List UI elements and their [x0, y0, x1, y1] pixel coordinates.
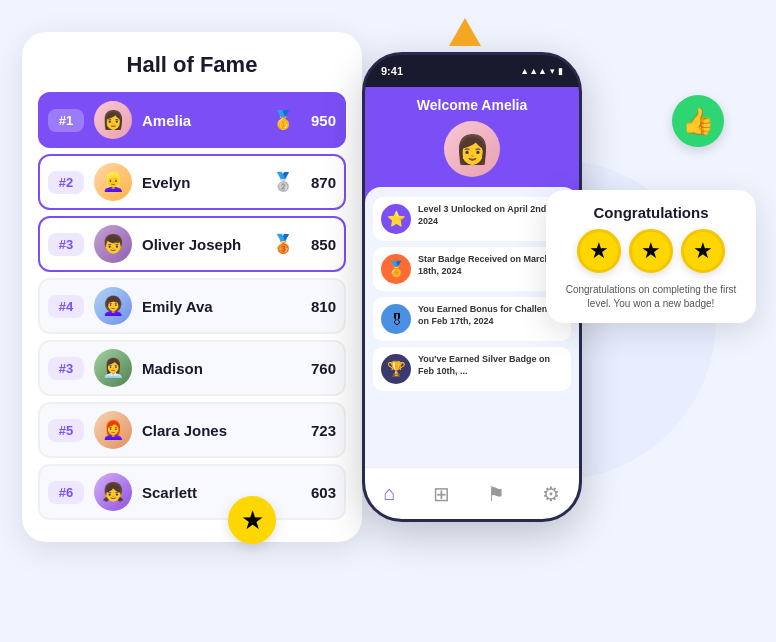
rank-badge: #6: [48, 481, 84, 504]
hall-of-fame-title: Hall of Fame: [38, 52, 346, 78]
activity-icon-badge: 🏅: [381, 254, 411, 284]
player-name: Amelia: [142, 112, 272, 129]
star-icon-2: ★: [641, 238, 661, 264]
star-coin-3: ★: [681, 229, 725, 273]
star-coin-2: ★: [629, 229, 673, 273]
player-score: 950: [300, 112, 336, 129]
list-item[interactable]: 🏅 Star Badge Received on March 18th, 202…: [373, 247, 571, 291]
rank-badge: #3: [48, 357, 84, 380]
player-name: Evelyn: [142, 174, 272, 191]
phone-welcome-text: Welcome Amelia: [365, 87, 579, 113]
nav-settings-icon[interactable]: ⚙: [542, 482, 560, 506]
activity-icon-silver: 🏆: [381, 354, 411, 384]
triangle-decoration: [449, 18, 481, 46]
activity-text: Star Badge Received on March 18th, 2024: [418, 254, 563, 277]
phone-notch: [437, 55, 507, 73]
nav-leaderboard-icon[interactable]: ⚑: [487, 482, 505, 506]
table-row[interactable]: #2 👱‍♀️ Evelyn 🥈 870: [38, 154, 346, 210]
player-name: Clara Jones: [142, 422, 300, 439]
player-score: 723: [300, 422, 336, 439]
star-bottom-decoration: ★: [228, 496, 276, 544]
avatar-face-icon: 👩: [455, 133, 490, 166]
avatar: 👩: [94, 101, 132, 139]
avatar: 👦: [94, 225, 132, 263]
player-name: Madison: [142, 360, 300, 377]
phone-status-icons: ▲▲▲ ▾ ▮: [520, 66, 563, 76]
player-name: Emily Ava: [142, 298, 300, 315]
table-row[interactable]: #3 👦 Oliver Joseph 🥉 850: [38, 216, 346, 272]
table-row[interactable]: #1 👩 Amelia 🥇 950: [38, 92, 346, 148]
thumbs-up-icon: 👍: [682, 106, 714, 137]
nav-grid-icon[interactable]: ⊞: [433, 482, 450, 506]
rank-badge: #4: [48, 295, 84, 318]
medal-icon: 🥇: [272, 109, 294, 131]
phone-avatar: 👩: [444, 121, 500, 177]
avatar: 👩‍💼: [94, 349, 132, 387]
phone-time: 9:41: [381, 65, 403, 77]
medal-icon: 🥉: [272, 233, 294, 255]
congrats-description: Congratulations on completing the first …: [560, 283, 742, 311]
player-score: 870: [300, 174, 336, 191]
player-score: 603: [300, 484, 336, 501]
rank-badge: #1: [48, 109, 84, 132]
activity-text: You Earned Bonus for Challenge on Feb 17…: [418, 304, 563, 327]
thumbs-up-badge: 👍: [672, 95, 724, 147]
avatar: 👧: [94, 473, 132, 511]
avatar: 👩‍🦱: [94, 287, 132, 325]
activity-text: Level 3 Unlocked on April 2nd, 2024: [418, 204, 563, 227]
table-row[interactable]: #4 👩‍🦱 Emily Ava 810: [38, 278, 346, 334]
player-score: 850: [300, 236, 336, 253]
phone-navbar: ⌂ ⊞ ⚑ ⚙: [365, 467, 579, 519]
battery-icon: ▮: [558, 66, 563, 76]
table-row[interactable]: #3 👩‍💼 Madison 760: [38, 340, 346, 396]
rank-badge: #3: [48, 233, 84, 256]
avatar: 👱‍♀️: [94, 163, 132, 201]
hall-of-fame-card: Hall of Fame #1 👩 Amelia 🥇 950 #2 👱‍♀️ E…: [22, 32, 362, 542]
star-icon-3: ★: [693, 238, 713, 264]
rank-badge: #2: [48, 171, 84, 194]
star-icon-1: ★: [589, 238, 609, 264]
congratulations-popup: Congratulations ★ ★ ★ Congratulations on…: [546, 190, 756, 323]
avatar: 👩‍🦰: [94, 411, 132, 449]
rank-badge: #5: [48, 419, 84, 442]
star-coin-1: ★: [577, 229, 621, 273]
wifi-icon: ▾: [550, 66, 555, 76]
nav-home-icon[interactable]: ⌂: [384, 482, 396, 505]
player-score: 810: [300, 298, 336, 315]
activity-text: You've Earned Silver Badge on Feb 10th, …: [418, 354, 563, 377]
activity-icon-level: ⭐: [381, 204, 411, 234]
list-item[interactable]: ⭐ Level 3 Unlocked on April 2nd, 2024: [373, 197, 571, 241]
medal-icon: 🥈: [272, 171, 294, 193]
player-name: Oliver Joseph: [142, 236, 272, 253]
player-name: Scarlett: [142, 484, 300, 501]
stars-row: ★ ★ ★: [560, 229, 742, 273]
player-score: 760: [300, 360, 336, 377]
list-item[interactable]: 🏆 You've Earned Silver Badge on Feb 10th…: [373, 347, 571, 391]
list-item[interactable]: 🎖 You Earned Bonus for Challenge on Feb …: [373, 297, 571, 341]
table-row[interactable]: #6 👧 Scarlett 603: [38, 464, 346, 520]
signal-icon: ▲▲▲: [520, 66, 547, 76]
star-icon: ★: [241, 505, 264, 536]
activity-icon-bonus: 🎖: [381, 304, 411, 334]
congrats-title: Congratulations: [560, 204, 742, 221]
table-row[interactable]: #5 👩‍🦰 Clara Jones 723: [38, 402, 346, 458]
